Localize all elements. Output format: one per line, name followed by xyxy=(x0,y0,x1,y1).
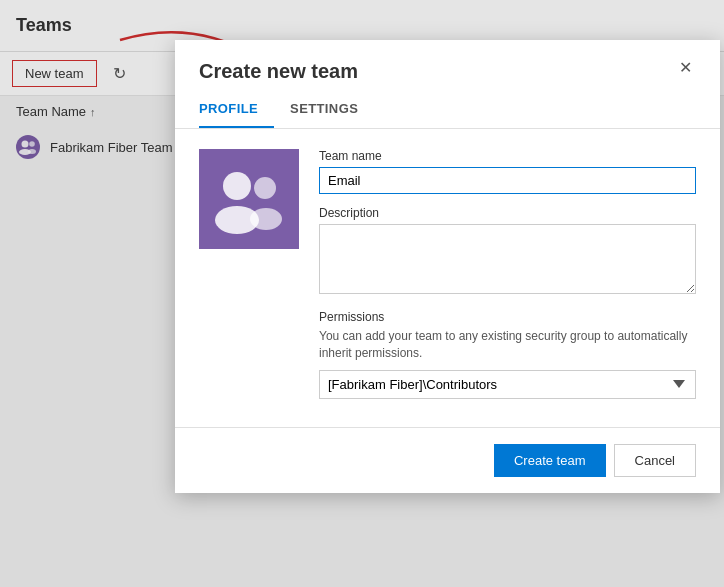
svg-point-7 xyxy=(254,177,276,199)
modal-body: Team name Description Permissions You ca… xyxy=(175,129,720,419)
tab-settings[interactable]: SETTINGS xyxy=(290,91,374,128)
team-photo[interactable] xyxy=(199,149,299,249)
modal-footer: Create team Cancel xyxy=(175,427,720,493)
cancel-button[interactable]: Cancel xyxy=(614,444,696,477)
modal-header: Create new team ✕ xyxy=(175,40,720,91)
close-button[interactable]: ✕ xyxy=(675,60,696,76)
content-row: Team name Description Permissions You ca… xyxy=(199,149,696,399)
permissions-description: You can add your team to any existing se… xyxy=(319,328,696,362)
permissions-select[interactable]: [Fabrikam Fiber]\Contributors [Fabrikam … xyxy=(319,370,696,399)
description-group: Description xyxy=(319,206,696,298)
svg-point-8 xyxy=(250,208,282,230)
form-section: Team name Description Permissions You ca… xyxy=(319,149,696,399)
team-name-label: Team name xyxy=(319,149,696,163)
modal-title: Create new team xyxy=(199,60,358,83)
modal-dialog: Create new team ✕ PROFILE SETTINGS Team … xyxy=(175,40,720,493)
description-label: Description xyxy=(319,206,696,220)
permissions-label: Permissions xyxy=(319,310,696,324)
tab-profile[interactable]: PROFILE xyxy=(199,91,274,128)
svg-point-5 xyxy=(223,172,251,200)
description-textarea[interactable] xyxy=(319,224,696,294)
create-team-button[interactable]: Create team xyxy=(494,444,606,477)
modal-tabs: PROFILE SETTINGS xyxy=(175,91,720,129)
team-name-group: Team name xyxy=(319,149,696,194)
team-name-input[interactable] xyxy=(319,167,696,194)
